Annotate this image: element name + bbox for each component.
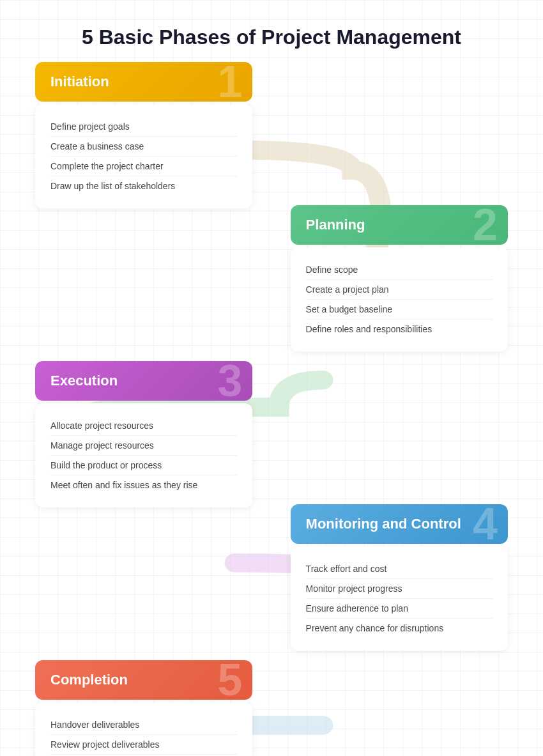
list-item: Allocate project resources xyxy=(50,416,237,436)
phase-name-execution: Execution xyxy=(50,373,118,389)
phase-number-completion: 5 xyxy=(217,660,242,700)
list-item: Define project goals xyxy=(50,117,237,137)
list-item: Monitor project progress xyxy=(306,579,493,599)
list-item: Manage project resources xyxy=(50,436,237,456)
list-item: Handover deliverables xyxy=(50,715,237,735)
list-item: Prevent any chance for disruptions xyxy=(306,619,493,638)
phase-number-initiation: 1 xyxy=(217,62,242,102)
list-item: Set a budget baseline xyxy=(306,300,493,320)
completion-list: Handover deliverables Review project del… xyxy=(50,715,237,756)
list-item: Define scope xyxy=(306,260,493,280)
phase-body-completion: Handover deliverables Review project del… xyxy=(35,702,252,756)
list-item: Create a business case xyxy=(50,137,237,157)
phase-header-initiation: Initiation 1 xyxy=(35,62,252,102)
phase-body-initiation: Define project goals Create a business c… xyxy=(35,104,252,208)
phase-number-planning: 2 xyxy=(473,205,498,245)
list-item: Build the product or process xyxy=(50,456,237,475)
execution-list: Allocate project resources Manage projec… xyxy=(50,416,237,495)
page-title: 5 Basic Phases of Project Management xyxy=(0,0,543,62)
list-item: Meet often and fix issues as they rise xyxy=(50,475,237,495)
phase-name-initiation: Initiation xyxy=(50,73,109,89)
list-item: Complete the project charter xyxy=(50,157,237,176)
phase-header-execution: Execution 3 xyxy=(35,361,252,401)
list-item: Create a project plan xyxy=(306,280,493,300)
list-item: Define roles and responsibilities xyxy=(306,320,493,339)
phase-header-completion: Completion 5 xyxy=(35,660,252,700)
planning-list: Define scope Create a project plan Set a… xyxy=(306,260,493,339)
phase-header-monitoring: Monitoring and Control 4 xyxy=(291,504,508,544)
phase-body-planning: Define scope Create a project plan Set a… xyxy=(291,247,508,351)
phase-body-monitoring: Track effort and cost Monitor project pr… xyxy=(291,546,508,651)
phase-header-planning: Planning 2 xyxy=(291,205,508,245)
phase-body-execution: Allocate project resources Manage projec… xyxy=(35,403,252,507)
phase-number-execution: 3 xyxy=(217,361,242,401)
phase-name-planning: Planning xyxy=(306,217,365,233)
phase-name-monitoring: Monitoring and Control xyxy=(306,516,461,532)
list-item: Track effort and cost xyxy=(306,559,493,579)
list-item: Draw up the list of stakeholders xyxy=(50,176,237,196)
phase-number-monitoring: 4 xyxy=(473,504,498,544)
monitoring-list: Track effort and cost Monitor project pr… xyxy=(306,559,493,638)
initiation-list: Define project goals Create a business c… xyxy=(50,117,237,196)
phase-name-completion: Completion xyxy=(50,672,128,688)
list-item: Ensure adherence to plan xyxy=(306,599,493,619)
list-item: Review project deliverables xyxy=(50,735,237,755)
